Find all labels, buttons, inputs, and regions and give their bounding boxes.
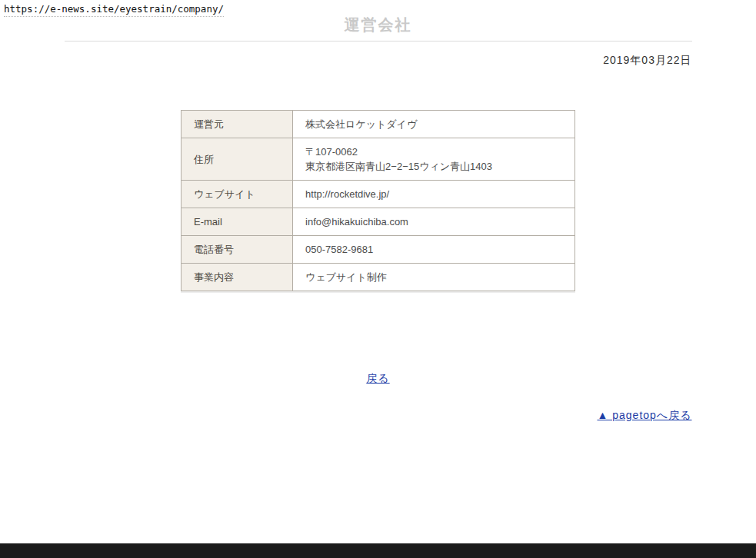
pagetop-link-container: ▲ pagetopへ戻る bbox=[65, 408, 692, 423]
row-value: 〒107-0062 東京都港区南青山2−2−15ウィン青山1403 bbox=[293, 138, 575, 181]
row-value-line: 〒107-0062 bbox=[305, 144, 562, 159]
row-label: ウェブサイト bbox=[182, 181, 293, 208]
row-value: 050-7582-9681 bbox=[293, 236, 575, 264]
row-label: 電話番号 bbox=[182, 236, 293, 264]
row-label: 事業内容 bbox=[182, 264, 293, 291]
row-value-line: 東京都港区南青山2−2−15ウィン青山1403 bbox=[305, 159, 562, 174]
table-row-phone: 電話番号 050-7582-9681 bbox=[182, 236, 575, 264]
table-row-operator: 運営元 株式会社ロケットダイヴ bbox=[182, 111, 575, 138]
content-area: 運営会社 2019年03月22日 運営元 株式会社ロケットダイヴ 住所 〒107… bbox=[65, 0, 692, 423]
pagetop-link[interactable]: ▲ pagetopへ戻る bbox=[597, 409, 691, 421]
company-info-table: 運営元 株式会社ロケットダイヴ 住所 〒107-0062 東京都港区南青山2−2… bbox=[181, 110, 575, 291]
row-value-line: ウェブサイト制作 bbox=[305, 270, 562, 284]
table-row-website: ウェブサイト http://rocketdive.jp/ bbox=[182, 181, 575, 208]
date-label: 2019年03月22日 bbox=[65, 54, 692, 68]
back-link[interactable]: 戻る bbox=[366, 372, 389, 384]
row-value: ウェブサイト制作 bbox=[293, 264, 575, 291]
row-value: 株式会社ロケットダイヴ bbox=[293, 111, 575, 138]
row-label: E-mail bbox=[182, 208, 293, 236]
table-row-business: 事業内容 ウェブサイト制作 bbox=[182, 264, 575, 291]
page-url-overlay: https://e-news.site/eyestrain/company/ bbox=[4, 3, 224, 17]
row-label: 住所 bbox=[182, 138, 293, 181]
row-label: 運営元 bbox=[182, 111, 293, 138]
row-value-line: http://rocketdive.jp/ bbox=[305, 187, 562, 201]
row-value: info@hikakuichiba.com bbox=[293, 208, 575, 236]
back-link-container: 戻る bbox=[65, 371, 692, 386]
row-value: http://rocketdive.jp/ bbox=[293, 181, 575, 208]
row-value-line: 株式会社ロケットダイヴ bbox=[305, 117, 562, 131]
title-divider bbox=[65, 41, 692, 42]
row-value-line: 050-7582-9681 bbox=[305, 242, 562, 257]
table-row-email: E-mail info@hikakuichiba.com bbox=[182, 208, 575, 236]
table-row-address: 住所 〒107-0062 東京都港区南青山2−2−15ウィン青山1403 bbox=[182, 138, 575, 181]
row-value-line: info@hikakuichiba.com bbox=[305, 214, 562, 229]
footer-bar bbox=[0, 543, 756, 558]
page: https://e-news.site/eyestrain/company/ 運… bbox=[0, 0, 756, 558]
